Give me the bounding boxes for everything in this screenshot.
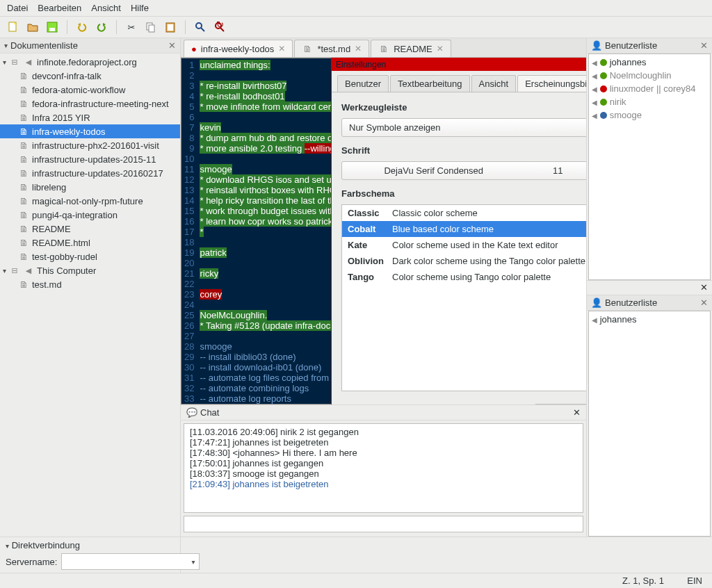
close-icon[interactable]: ✕ — [573, 407, 581, 418]
tree-host[interactable]: ▾ This Computer — [0, 263, 180, 277]
users-icon: 👤 — [591, 297, 602, 308]
menu-view[interactable]: Ansicht — [91, 3, 121, 13]
tree-item[interactable]: infrastructure-phx2-201601-visit — [0, 138, 180, 152]
font-chooser-button[interactable]: DejaVu Serif Condensed 11 — [341, 161, 586, 180]
file-icon — [18, 154, 29, 165]
cut-icon[interactable]: ✂ — [124, 19, 139, 35]
tree-item[interactable]: pungi4-qa-integration — [0, 208, 180, 222]
servername-input[interactable] — [62, 555, 187, 569]
file-icon — [18, 251, 29, 262]
speaker-icon — [592, 83, 597, 94]
close-button[interactable]: ✖ Schließen — [534, 404, 586, 405]
file-icon — [18, 112, 29, 123]
collapse-icon[interactable]: ▾ — [4, 42, 8, 49]
tree-item[interactable]: fedora-infrastructure-meeting-next — [0, 97, 180, 111]
editor-tab[interactable]: *test.md✕ — [294, 40, 369, 57]
menu-help[interactable]: Hilfe — [131, 3, 149, 13]
tree-item[interactable]: test-gobby-rudel — [0, 250, 180, 263]
search-icon[interactable] — [193, 19, 208, 35]
save-icon[interactable] — [44, 19, 60, 35]
tree-item[interactable]: devconf-infra-talk — [0, 69, 180, 83]
settings-tab[interactable]: Erscheinungsbild — [517, 75, 586, 92]
chevron-down-icon: ▾ — [187, 558, 199, 566]
editor-tab[interactable]: README✕ — [371, 40, 451, 57]
user-list[interactable]: johannesNoelmcloughlinlinuxmoder || core… — [588, 54, 711, 280]
menubar: Datei Bearbeiten Ansicht Hilfe — [0, 0, 712, 17]
user-list-local[interactable]: johannes — [588, 311, 711, 537]
settings-tab[interactable]: Ansicht — [471, 75, 517, 92]
connection-bar: ▾ Direktverbindung Servername: ▾ — [0, 537, 712, 573]
color-scheme-row[interactable]: TangoColor scheme using Tango color pale… — [342, 269, 586, 285]
document-tree[interactable]: ▾ infinote.fedoraproject.orgdevconf-infr… — [0, 54, 180, 537]
file-icon — [18, 84, 29, 95]
open-folder-icon[interactable] — [25, 19, 40, 35]
chat-log: [11.03.2016 20:49:06] nirik 2 ist gegang… — [184, 423, 583, 513]
settings-tab[interactable]: Benutzer — [337, 75, 389, 92]
tree-host[interactable]: ▾ infinote.fedoraproject.org — [0, 55, 180, 69]
user-row[interactable]: linuxmoder || corey84 — [590, 82, 709, 95]
tree-item[interactable]: libreleng — [0, 180, 180, 194]
file-icon — [18, 237, 29, 248]
chat-line: [18:03:37] smooge ist gegangen — [190, 468, 577, 479]
close-icon[interactable]: ✕ — [700, 297, 708, 308]
speaker-icon — [592, 57, 597, 67]
tree-item[interactable]: infrastructure-updates-2015-11 — [0, 152, 180, 166]
user-row[interactable]: johannes — [590, 56, 709, 69]
editor-tabs: ●infra-weekly-todos✕*test.md✕README✕ — [181, 38, 586, 58]
document-list-panel: ▾ Dokumentenliste ✕ ▾ infinote.fedorapro… — [0, 38, 181, 537]
status-dot — [600, 85, 607, 92]
file-icon — [18, 98, 29, 109]
tree-item[interactable]: magical-not-only-rpm-future — [0, 194, 180, 208]
file-icon — [18, 279, 29, 290]
line-gutter: 1234567891011121314151617181920212223242… — [181, 58, 197, 404]
tree-item[interactable]: fedora-atomic-workflow — [0, 83, 180, 97]
color-scheme-row[interactable]: ClassicClassic color scheme — [342, 205, 586, 221]
user-row[interactable]: nirik — [590, 95, 709, 108]
user-row[interactable]: johannes — [590, 313, 709, 326]
color-scheme-row[interactable]: OblivionDark color scheme using the Tang… — [342, 253, 586, 269]
cursor-position: Z. 1, Sp. 1 — [622, 575, 664, 586]
userlist2-title: Benutzerliste — [605, 297, 700, 308]
speaker-icon — [592, 70, 597, 81]
tree-item[interactable]: Infra 2015 YIR — [0, 111, 180, 124]
toolbar-mode-select[interactable]: Nur Symbole anzeigen ▾ — [341, 118, 586, 137]
status-dot — [600, 72, 607, 79]
color-scheme-list[interactable]: ClassicClassic color schemeCobaltBlue ba… — [341, 204, 586, 391]
direct-connection-title: Direktverbindung — [12, 540, 80, 550]
close-icon[interactable]: ✕ — [355, 44, 362, 54]
chat-icon: 💬 — [186, 407, 197, 418]
color-scheme-row[interactable]: KateColor scheme used in the Kate text e… — [342, 237, 586, 253]
paste-icon[interactable] — [163, 19, 178, 35]
close-icon[interactable]: ✕ — [168, 40, 176, 51]
svg-point-7 — [196, 23, 202, 28]
undo-icon[interactable] — [74, 19, 90, 35]
servername-combo[interactable]: ▾ — [61, 553, 200, 570]
color-scheme-row[interactable]: CobaltBlue based color scheme — [342, 221, 586, 237]
new-file-icon[interactable] — [6, 19, 21, 35]
chat-panel: 💬 Chat ✕ [11.03.2016 20:49:06] nirik 2 i… — [181, 405, 586, 537]
svg-rect-4 — [149, 25, 154, 32]
close-icon[interactable]: ✕ — [700, 282, 708, 293]
menu-edit[interactable]: Bearbeiten — [38, 3, 81, 13]
user-row[interactable]: Noelmcloughlin — [590, 69, 709, 82]
menu-file[interactable]: Datei — [7, 3, 28, 13]
chat-line: [17:47:21] johannes ist beigetreten — [190, 437, 577, 448]
user-row[interactable]: smooge — [590, 108, 709, 122]
file-icon — [18, 168, 29, 179]
tree-item[interactable]: infrastructure-updates-20160217 — [0, 166, 180, 180]
copy-icon[interactable] — [143, 19, 159, 35]
tree-item[interactable]: README — [0, 222, 180, 236]
editor-tab[interactable]: ●infra-weekly-todos✕ — [184, 40, 293, 57]
redo-icon[interactable] — [94, 19, 109, 35]
settings-tab[interactable]: Textbearbeitung — [390, 75, 470, 92]
tree-item[interactable]: README.html — [0, 236, 180, 250]
chat-input[interactable] — [184, 516, 583, 532]
close-icon[interactable]: ✕ — [437, 44, 444, 54]
search-replace-icon[interactable]: ↻ — [212, 19, 227, 35]
close-icon[interactable]: ✕ — [278, 44, 285, 54]
tree-item[interactable]: test.md — [0, 277, 180, 291]
svg-text:↻: ↻ — [216, 22, 224, 30]
close-icon[interactable]: ✕ — [700, 40, 708, 51]
dialog-title: Einstellungen — [332, 58, 586, 71]
tree-item[interactable]: infra-weekly-todos — [0, 124, 180, 138]
